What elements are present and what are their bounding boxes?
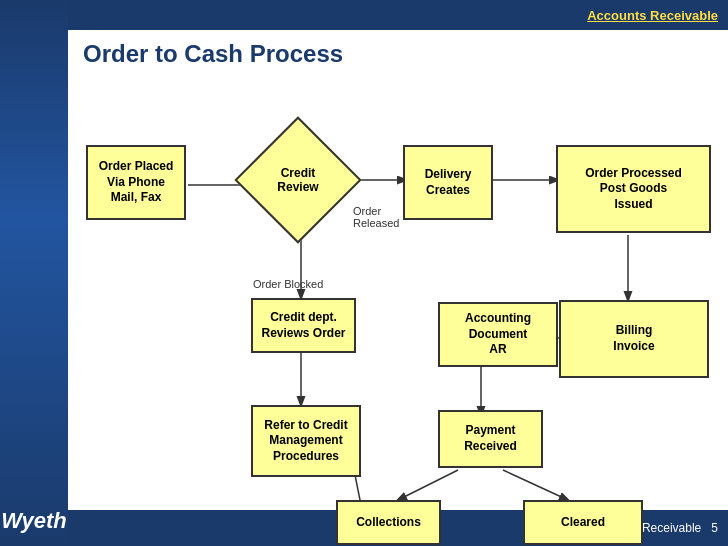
main-content: Order to Cash Process [68, 30, 728, 510]
flow-diagram: Order Placed Via Phone Mail, Fax Credit … [68, 80, 728, 510]
payment-received-box: Payment Received [438, 410, 543, 468]
wyeth-logo: Wyeth [1, 508, 67, 534]
svg-line-8 [398, 470, 458, 500]
billing-invoice-box: Billing Invoice [559, 300, 709, 378]
page-title: Order to Cash Process [68, 30, 728, 76]
delivery-creates-box: Delivery Creates [403, 145, 493, 220]
order-placed-box: Order Placed Via Phone Mail, Fax [86, 145, 186, 220]
order-processed-box: Order Processed Post Goods Issued [556, 145, 711, 233]
credit-review-label: Credit Review [253, 135, 343, 225]
accounting-doc-box: Accounting Document AR [438, 302, 558, 367]
accounts-receivable-label: Accounts Receivable [587, 8, 718, 23]
order-blocked-label: Order Blocked [253, 278, 323, 290]
top-header-bar: Accounts Receivable [68, 0, 728, 30]
collections-box: Collections [336, 500, 441, 545]
refer-credit-box: Refer to Credit Management Procedures [251, 405, 361, 477]
credit-dept-box: Credit dept. Reviews Order [251, 298, 356, 353]
svg-line-9 [503, 470, 568, 500]
cleared-box: Cleared [523, 500, 643, 545]
order-released-label: Order Released [353, 205, 399, 229]
left-sidebar: Wyeth [0, 0, 68, 546]
